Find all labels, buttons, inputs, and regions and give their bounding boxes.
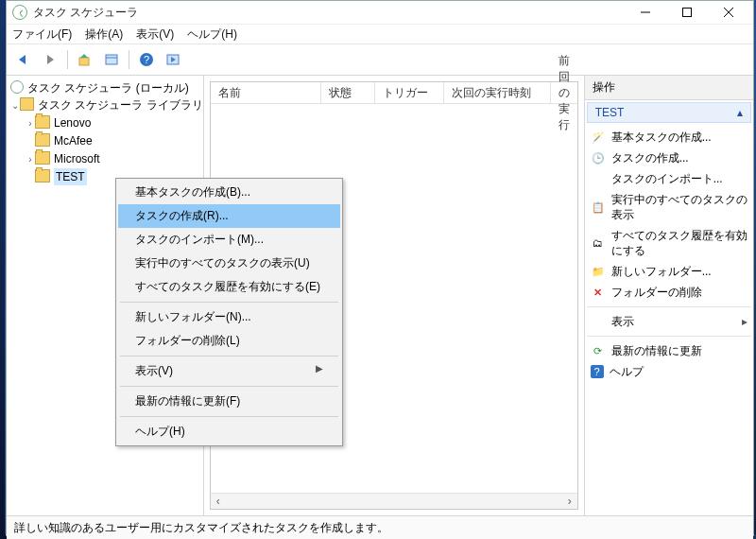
- svg-text:?: ?: [144, 54, 149, 65]
- up-button[interactable]: [74, 48, 96, 71]
- action-delete-folder[interactable]: ✕フォルダーの削除: [587, 282, 751, 303]
- col-state[interactable]: 状態: [321, 82, 375, 103]
- status-bar: 詳しい知識のあるユーザー用にカスタマイズされたタスクを作成します。: [7, 515, 753, 539]
- tree-item-lenovo[interactable]: ›Lenovo: [26, 114, 203, 132]
- col-name[interactable]: 名前: [211, 82, 321, 103]
- title-bar: タスク スケジューラ: [7, 1, 753, 25]
- toolbar-separator: [129, 50, 129, 69]
- action-new-folder[interactable]: 📁新しいフォルダー...: [587, 261, 751, 282]
- window-title: タスク スケジューラ: [33, 5, 625, 21]
- list-icon: 📋: [591, 200, 606, 215]
- delete-icon: ✕: [591, 285, 606, 300]
- history-icon: 🗂: [591, 235, 606, 251]
- folder-icon: [35, 133, 50, 147]
- toolbar: ?: [7, 44, 753, 76]
- menu-view[interactable]: 表示(V): [136, 26, 174, 43]
- library-icon: [20, 97, 34, 111]
- col-next[interactable]: 次回の実行時刻: [444, 82, 551, 103]
- col-trigger[interactable]: トリガー: [375, 82, 444, 103]
- action-separator: [587, 306, 751, 307]
- ctx-refresh[interactable]: 最新の情報に更新(F): [118, 390, 340, 413]
- ctx-create-task[interactable]: タスクの作成(R)...: [118, 204, 340, 228]
- svg-rect-4: [79, 58, 89, 65]
- ctx-show-running[interactable]: 実行中のすべてのタスクの表示(U): [118, 252, 340, 275]
- wizard-icon: 🪄: [591, 130, 606, 145]
- col-last[interactable]: 前回の実行: [551, 82, 577, 103]
- ctx-enable-history[interactable]: すべてのタスク履歴を有効にする(E): [118, 275, 340, 299]
- svg-rect-5: [106, 55, 117, 64]
- action-show-running[interactable]: 📋実行中のすべてのタスクの表示: [587, 189, 751, 225]
- expand-icon[interactable]: ⌄: [10, 97, 20, 114]
- context-menu: 基本タスクの作成(B)... タスクの作成(R)... タスクのインポート(M)…: [115, 178, 343, 446]
- horizontal-scrollbar[interactable]: ‹ ›: [211, 493, 577, 509]
- action-create-basic-task[interactable]: 🪄基本タスクの作成...: [587, 127, 751, 148]
- scroll-right-icon[interactable]: ›: [562, 495, 577, 508]
- maximize-button[interactable]: [666, 1, 708, 24]
- svg-rect-1: [683, 9, 692, 17]
- action-view[interactable]: 表示▸: [587, 311, 751, 332]
- menu-file[interactable]: ファイル(F): [12, 26, 72, 43]
- minimize-button[interactable]: [625, 1, 666, 24]
- properties-button[interactable]: [100, 48, 123, 71]
- tree-item-microsoft[interactable]: ›Microsoft: [26, 150, 203, 168]
- folder-icon: [35, 169, 50, 183]
- action-separator: [587, 336, 751, 337]
- app-icon: [12, 5, 27, 20]
- scroll-left-icon[interactable]: ‹: [211, 495, 226, 508]
- actions-pane: 操作 TEST ▴ 🪄基本タスクの作成... 🕒タスクの作成... タスクのイン…: [584, 76, 753, 515]
- close-button[interactable]: [708, 1, 749, 24]
- forward-button[interactable]: [39, 48, 61, 71]
- ctx-help[interactable]: ヘルプ(H): [118, 420, 340, 443]
- ctx-import-task[interactable]: タスクのインポート(M)...: [118, 228, 340, 252]
- run-button[interactable]: [162, 48, 184, 71]
- submenu-icon: ▶: [316, 363, 323, 374]
- back-button[interactable]: [12, 48, 35, 71]
- action-create-task[interactable]: 🕒タスクの作成...: [587, 148, 751, 168]
- action-enable-history[interactable]: 🗂すべてのタスク履歴を有効にする: [587, 225, 751, 261]
- new-folder-icon: 📁: [591, 264, 606, 279]
- action-import-task[interactable]: タスクのインポート...: [587, 168, 751, 189]
- refresh-icon: ⟳: [591, 343, 606, 358]
- tree-root[interactable]: タスク スケジューラ (ローカル): [10, 79, 203, 96]
- ctx-separator: [120, 302, 338, 303]
- collapse-icon: ▴: [737, 106, 743, 119]
- menu-action[interactable]: 操作(A): [85, 26, 123, 43]
- ctx-create-basic-task[interactable]: 基本タスクの作成(B)...: [118, 181, 340, 204]
- column-headers: 名前 状態 トリガー 次回の実行時刻 前回の実行: [211, 82, 577, 104]
- task-icon: 🕒: [591, 150, 606, 165]
- ctx-separator: [120, 386, 338, 387]
- action-help[interactable]: ?ヘルプ: [587, 361, 751, 382]
- actions-header: 操作: [585, 76, 753, 100]
- menu-help[interactable]: ヘルプ(H): [187, 26, 237, 43]
- ctx-delete-folder[interactable]: フォルダーの削除(L): [118, 329, 340, 353]
- action-refresh[interactable]: ⟳最新の情報に更新: [587, 340, 751, 361]
- actions-target[interactable]: TEST ▴: [587, 102, 751, 123]
- ctx-separator: [120, 416, 338, 417]
- help-button[interactable]: ?: [135, 48, 158, 71]
- help-icon: ?: [591, 365, 604, 378]
- expand-icon[interactable]: ›: [26, 151, 35, 168]
- submenu-icon: ▸: [742, 314, 747, 329]
- tree-library[interactable]: タスク スケジューラ ライブラリ: [38, 98, 203, 112]
- ctx-new-folder[interactable]: 新しいフォルダー(N)...: [118, 305, 340, 329]
- clock-icon: [10, 80, 24, 94]
- folder-icon: [35, 151, 50, 165]
- task-scheduler-window: タスク スケジューラ ファイル(F) 操作(A) 表示(V) ヘルプ(H) ?: [6, 0, 754, 536]
- folder-icon: [35, 115, 50, 129]
- ctx-separator: [120, 356, 338, 356]
- tree-item-mcafee[interactable]: McAfee: [26, 132, 203, 150]
- toolbar-separator: [67, 50, 68, 69]
- expand-icon[interactable]: ›: [26, 115, 35, 132]
- menu-bar: ファイル(F) 操作(A) 表示(V) ヘルプ(H): [7, 25, 753, 44]
- ctx-view[interactable]: 表示(V)▶: [118, 359, 340, 383]
